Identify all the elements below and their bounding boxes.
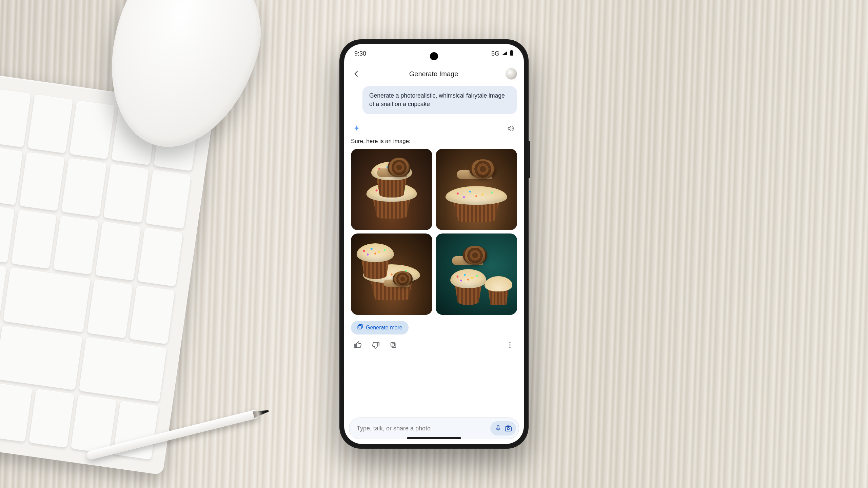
input-bar-container <box>344 415 524 444</box>
prompt-input[interactable] <box>357 425 487 432</box>
thumbs-up-button[interactable] <box>354 341 362 349</box>
status-network: 5G <box>491 50 499 57</box>
gesture-nav-bar[interactable] <box>407 437 461 439</box>
svg-rect-1 <box>511 50 512 51</box>
response-actions <box>351 334 517 353</box>
page-title: Generate Image <box>367 70 500 78</box>
status-time: 9:30 <box>354 50 366 57</box>
speaker-icon[interactable] <box>506 124 515 133</box>
generated-image[interactable] <box>436 233 517 315</box>
svg-rect-0 <box>510 50 513 56</box>
phone-screen: 9:30 5G Generate Image Generate a photor… <box>344 44 524 444</box>
svg-rect-9 <box>497 426 499 429</box>
battery-icon <box>510 50 514 58</box>
chat-area: Generate a photorealistic, whimsical fai… <box>344 85 524 415</box>
response-caption: Sure, here is an image: <box>351 138 517 145</box>
profile-avatar[interactable] <box>506 68 517 80</box>
generated-image[interactable] <box>351 233 432 315</box>
svg-rect-3 <box>359 324 362 328</box>
thumbs-down-button[interactable] <box>371 341 380 349</box>
generated-image[interactable] <box>351 149 432 230</box>
input-actions-pill <box>490 421 516 435</box>
back-button[interactable] <box>351 68 362 79</box>
response-header <box>351 122 517 135</box>
copy-button[interactable] <box>389 341 398 349</box>
generated-image-grid <box>351 149 517 315</box>
svg-point-8 <box>509 346 511 348</box>
image-stack-icon <box>357 324 363 331</box>
more-options-button[interactable] <box>506 341 514 349</box>
svg-rect-5 <box>391 342 395 346</box>
signal-icon <box>501 50 508 57</box>
input-bar[interactable] <box>349 418 519 439</box>
svg-point-11 <box>507 428 509 430</box>
generate-more-label: Generate more <box>366 325 402 331</box>
user-message: Generate a photorealistic, whimsical fai… <box>362 86 517 114</box>
generated-image[interactable] <box>436 149 517 230</box>
microphone-button[interactable] <box>494 424 502 433</box>
sparkle-icon <box>353 125 360 132</box>
svg-point-6 <box>509 342 511 344</box>
svg-rect-2 <box>358 325 361 329</box>
svg-point-7 <box>509 344 511 346</box>
phone-frame: 9:30 5G Generate Image Generate a photor… <box>339 39 529 449</box>
camera-button[interactable] <box>504 424 513 433</box>
svg-rect-4 <box>392 344 396 347</box>
app-header: Generate Image <box>344 63 524 85</box>
camera-punch-hole <box>430 52 438 60</box>
generate-more-button[interactable]: Generate more <box>351 321 409 334</box>
